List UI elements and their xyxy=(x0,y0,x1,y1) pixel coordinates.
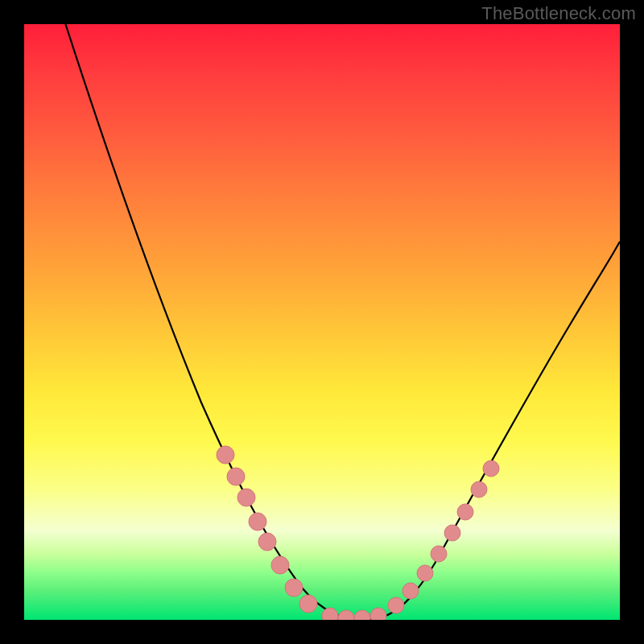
svg-point-10 xyxy=(354,610,370,620)
bottleneck-curve xyxy=(24,24,620,620)
svg-point-12 xyxy=(388,597,404,613)
svg-point-15 xyxy=(431,546,447,562)
svg-point-14 xyxy=(417,565,433,581)
svg-point-2 xyxy=(237,489,255,506)
svg-point-0 xyxy=(217,446,234,464)
svg-point-1 xyxy=(227,468,245,485)
svg-point-4 xyxy=(258,533,276,551)
svg-point-9 xyxy=(338,610,354,620)
svg-point-3 xyxy=(249,513,266,530)
attribution-text: TheBottleneck.com xyxy=(481,3,636,24)
svg-point-8 xyxy=(322,608,338,620)
svg-point-19 xyxy=(483,460,499,477)
svg-point-13 xyxy=(402,583,419,599)
chart-frame: TheBottleneck.com xyxy=(0,0,644,644)
right-branch-dots xyxy=(388,460,499,613)
svg-point-17 xyxy=(457,504,473,520)
plot-area xyxy=(24,24,620,620)
svg-point-11 xyxy=(370,608,386,620)
left-branch-dots xyxy=(217,446,317,613)
svg-point-6 xyxy=(285,579,303,597)
trough-dots xyxy=(322,608,386,620)
curve-path xyxy=(60,24,620,620)
svg-point-7 xyxy=(299,595,317,613)
svg-point-18 xyxy=(471,481,487,497)
svg-point-16 xyxy=(444,525,460,541)
svg-point-5 xyxy=(271,556,289,574)
